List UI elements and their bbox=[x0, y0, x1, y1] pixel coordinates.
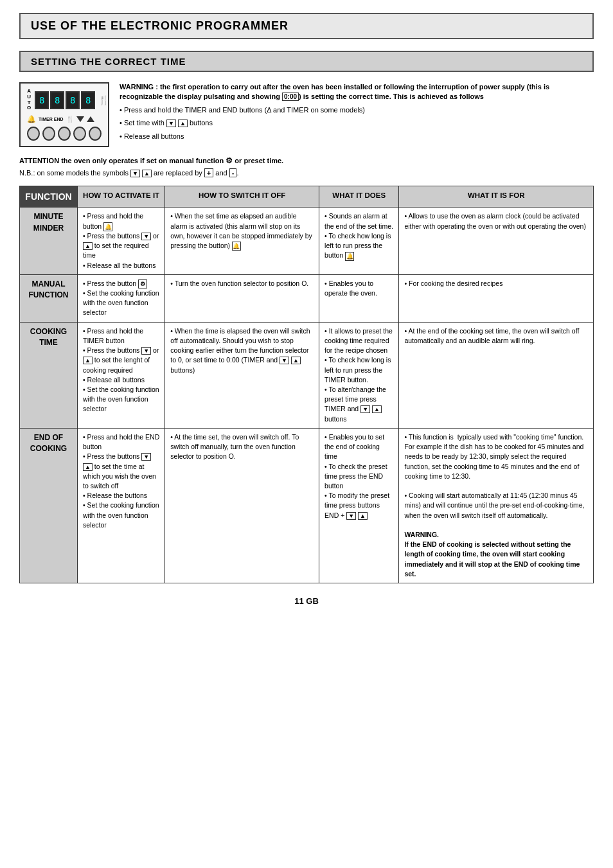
section-title: SETTING THE CORRECT TIME bbox=[31, 56, 186, 67]
bullet-timer-end: • Press and hold the TIMER and END butto… bbox=[120, 105, 594, 115]
lcd-digit-1: 8 bbox=[35, 91, 49, 109]
for-end-cooking: • This function is typically used with "… bbox=[399, 428, 594, 583]
bell-icon: 🔔 bbox=[27, 115, 36, 123]
func-cooking-time: COOKING TIME bbox=[20, 322, 78, 428]
does-cooking-time: • It allows to preset the cooking time r… bbox=[319, 322, 399, 428]
circle-btn-1 bbox=[27, 127, 40, 141]
table-row-minute-minder: MINUTE MINDER • Press and hold the butto… bbox=[20, 208, 594, 274]
fork-icon-small: 🍴 bbox=[66, 116, 74, 123]
section-title-box: SETTING THE CORRECT TIME bbox=[19, 51, 594, 72]
th-activate: HOW TO ACTIVATE IT bbox=[78, 186, 165, 208]
func-end-cooking: END OF COOKING bbox=[20, 428, 78, 583]
table-row-end-cooking: END OF COOKING • Press and hold the END … bbox=[20, 428, 594, 583]
activate-end-cooking: • Press and hold the END button • Press … bbox=[78, 428, 165, 583]
fork-spoon-icon: 🍴 bbox=[98, 95, 109, 105]
footer-bar: 11 GB bbox=[19, 596, 594, 606]
th-function: FUNCTION bbox=[20, 186, 78, 208]
activate-cooking-time: • Press and hold the TIMER button • Pres… bbox=[78, 322, 165, 428]
nb-line: N.B.: on some models the symbols ▼ ▲ are… bbox=[19, 169, 594, 177]
triangle-up-btn bbox=[87, 116, 94, 123]
func-manual: MANUAL FUNCTION bbox=[20, 274, 78, 322]
does-end-cooking: • Enables you to set the end of cooking … bbox=[319, 428, 399, 583]
deactivate-manual: • Turn the oven function selector to pos… bbox=[165, 274, 319, 322]
lcd-digit-2: 8 bbox=[50, 91, 64, 109]
main-title-box: USE OF THE ELECTRONIC PROGRAMMER bbox=[19, 13, 594, 39]
th-does: WHAT IT DOES bbox=[319, 186, 399, 208]
activate-minute-minder: • Press and hold the button 🔔 • Press th… bbox=[78, 208, 165, 274]
deactivate-minute-minder: • When the set time as elapsed an audibl… bbox=[165, 208, 319, 274]
display-top-row: A U T O 8 8 8 8 🍴 bbox=[27, 89, 102, 111]
lcd-digit-3: 8 bbox=[66, 91, 80, 109]
lcd-digit-4: 8 bbox=[81, 91, 95, 109]
warning-paragraph: WARNING : the first operation to carry o… bbox=[120, 82, 594, 102]
lcd-digits: 8 8 8 8 bbox=[35, 91, 95, 109]
timer-end-label: TIMER END bbox=[39, 117, 64, 121]
end-cooking-warning: WARNING. If the END of cooking is select… bbox=[404, 531, 580, 578]
bullet-set-time: • Set time with ▼ ▲ buttons bbox=[120, 118, 594, 128]
circle-btn-5 bbox=[89, 127, 102, 141]
for-cooking-time: • At the end of the cooking set time, th… bbox=[399, 322, 594, 428]
for-minute-minder: • Allows to use the oven as alarm clock … bbox=[399, 208, 594, 274]
deactivate-cooking-time: • When the time is elapsed the oven will… bbox=[165, 322, 319, 428]
circle-btn-2 bbox=[42, 127, 55, 141]
auto-label: A U T O bbox=[27, 89, 31, 111]
activate-manual: • Press the button ⚙ • Set the cooking f… bbox=[78, 274, 165, 322]
table-row-cooking-time: COOKING TIME • Press and hold the TIMER … bbox=[20, 322, 594, 428]
page-number: 11 GB bbox=[294, 596, 319, 606]
intro-text: WARNING : the first operation to carry o… bbox=[120, 82, 594, 145]
circle-btn-4 bbox=[73, 127, 86, 141]
for-manual: • For cooking the desired recipes bbox=[399, 274, 594, 322]
th-for: WHAT IT IS FOR bbox=[399, 186, 594, 208]
table-row-manual: MANUAL FUNCTION • Press the button ⚙ • S… bbox=[20, 274, 594, 322]
attention-line: ATTENTION the oven only operates if set … bbox=[19, 156, 594, 165]
func-minute-minder: MINUTE MINDER bbox=[20, 208, 78, 274]
display-panel: A U T O 8 8 8 8 🍴 🔔 TIMER END 🍴 bbox=[19, 82, 109, 147]
buttons-row bbox=[27, 127, 102, 141]
circle-btn-3 bbox=[58, 127, 71, 141]
bullet-release: • Release all buttons bbox=[120, 132, 594, 141]
main-title: USE OF THE ELECTRONIC PROGRAMMER bbox=[31, 19, 289, 32]
does-minute-minder: • Sounds an alarm at the end of the set … bbox=[319, 208, 399, 274]
triangle-down-btn bbox=[76, 116, 84, 123]
check-btn-icon: 🔔 bbox=[345, 252, 354, 261]
deactivate-end-cooking: • At the time set, the oven will switch … bbox=[165, 428, 319, 583]
display-bottom-row: 🔔 TIMER END 🍴 bbox=[27, 115, 102, 123]
function-table: FUNCTION HOW TO ACTIVATE IT HOW TO SWITC… bbox=[19, 186, 594, 583]
does-manual: • Enables you to operate the oven. bbox=[319, 274, 399, 322]
stop-btn-icon: 🔔 bbox=[232, 242, 241, 251]
bell-btn-icon: 🔔 bbox=[103, 222, 112, 231]
intro-area: A U T O 8 8 8 8 🍴 🔔 TIMER END 🍴 bbox=[19, 82, 594, 147]
th-deactivate: HOW TO SWITCH IT OFF bbox=[165, 186, 319, 208]
manual-btn-icon: ⚙ bbox=[138, 279, 147, 288]
